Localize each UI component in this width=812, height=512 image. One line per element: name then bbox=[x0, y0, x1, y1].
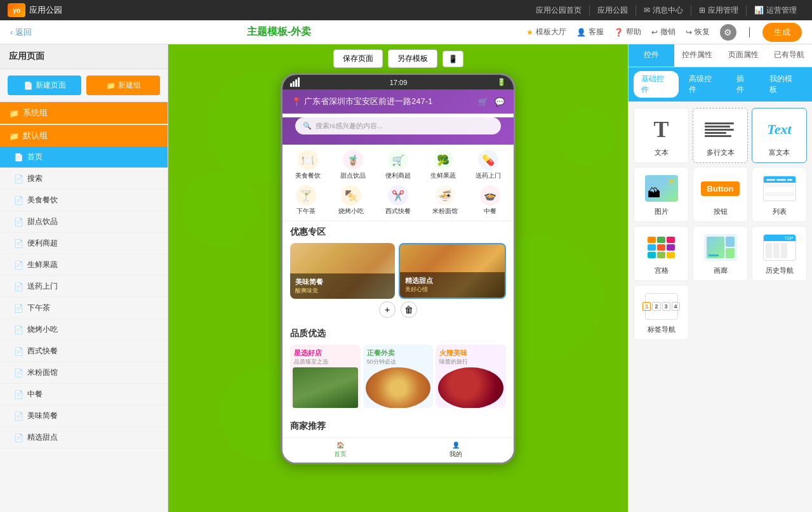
promo-item-1[interactable]: 美味简餐 酸爽味觉 bbox=[290, 243, 395, 299]
tab-nav[interactable]: 已有导航 bbox=[766, 44, 812, 67]
subtab-mytemplate[interactable]: 我的模板 bbox=[762, 71, 807, 98]
new-page-button[interactable]: 📄 新建页面 bbox=[8, 75, 81, 95]
nav-link-messages[interactable]: ✉ 消息中心 bbox=[636, 5, 691, 16]
cat-label-bbq: 烧烤小吃 bbox=[338, 207, 364, 216]
undo-button[interactable]: ↩ 撤销 bbox=[651, 27, 676, 37]
cat-item-medicine[interactable]: 💊 送药上门 bbox=[476, 150, 501, 180]
quality-item-2[interactable]: 正餐外卖 50分钟必达 bbox=[363, 345, 434, 408]
widget-text[interactable]: T 文本 bbox=[634, 108, 689, 163]
undo-icon: ↩ bbox=[651, 28, 658, 37]
tab-controls[interactable]: 控件 bbox=[629, 44, 674, 67]
new-group-button[interactable]: 📁 新建组 bbox=[86, 75, 160, 95]
preview-button[interactable]: 📱 bbox=[443, 51, 463, 67]
search-bar[interactable]: 🔍 搜索ni感兴趣的内容... bbox=[295, 117, 501, 135]
cat-item-western[interactable]: ✂️ 西式快餐 bbox=[385, 185, 411, 216]
widget-multiline[interactable]: 多行文本 bbox=[693, 108, 748, 163]
nav-link-home[interactable]: 应用公园首页 bbox=[528, 5, 590, 16]
promo-items: 美味简餐 酸爽味觉 精选甜点 美好心情 bbox=[290, 243, 506, 299]
sidebar-item-food[interactable]: 📄 美食餐饮 bbox=[0, 190, 168, 211]
sidebar-item-simple-meal[interactable]: 📄 美味简餐 bbox=[0, 405, 168, 427]
template-hall-button[interactable]: ★ 模板大厅 bbox=[526, 27, 566, 37]
save-as-template-button[interactable]: 另存模板 bbox=[388, 49, 437, 68]
sidebar-item-fresh[interactable]: 📄 生鲜果蔬 bbox=[0, 254, 168, 276]
widget-history-nav[interactable]: TOP 历史导航 bbox=[752, 226, 807, 281]
widget-tags-nav[interactable]: 1 2 3 4 标签导航 bbox=[634, 285, 689, 340]
subtab-advanced[interactable]: 高级控件 bbox=[681, 71, 726, 98]
subtab-basic[interactable]: 基础控件 bbox=[634, 71, 679, 98]
cat-item-supermarket[interactable]: 🛒 便利商超 bbox=[385, 150, 411, 180]
cat-item-chinese[interactable]: 🍲 中餐 bbox=[480, 185, 500, 216]
nav-link-ops[interactable]: 📊 运营管理 bbox=[747, 5, 804, 16]
sidebar-group-system[interactable]: 📁 系统组 bbox=[0, 102, 168, 124]
sidebar-item-noodles[interactable]: 📄 米粉面馆 bbox=[0, 362, 168, 384]
quality-item-1[interactable]: 星选好店 品质臻至之选 bbox=[290, 345, 361, 408]
sidebar-item-convenience[interactable]: 📄 便利商超 bbox=[0, 233, 168, 254]
sidebar-item-bbq[interactable]: 📄 烧烤小吃 bbox=[0, 319, 168, 341]
sidebar-item-search[interactable]: 📄 搜索 bbox=[0, 168, 168, 190]
bottom-nav-mine[interactable]: 👤 我的 bbox=[449, 442, 462, 459]
tab-page-props[interactable]: 页面属性 bbox=[721, 44, 766, 67]
nav-link-apps[interactable]: ⊞ 应用管理 bbox=[691, 5, 747, 16]
settings-button[interactable]: ⚙ bbox=[720, 24, 736, 41]
widget-richtext[interactable]: Text 富文本 bbox=[752, 108, 807, 163]
quality-item-3[interactable]: 火辣美味 味蕾的旅行 bbox=[436, 345, 506, 408]
tab-control-props[interactable]: 控件属性 bbox=[674, 44, 720, 67]
merchant-section: 商家推荐 bbox=[283, 413, 514, 437]
subtab-plugin[interactable]: 插件 bbox=[729, 71, 759, 98]
merchant-title: 商家推荐 bbox=[290, 416, 506, 435]
widget-text-label: 文本 bbox=[655, 148, 669, 157]
mobile-content[interactable]: 🍽️ 美食餐饮 🧋 甜点饮品 🛒 便利商超 🥦 生鲜果蔬 bbox=[283, 145, 514, 437]
cart-icon[interactable]: 🛒 bbox=[478, 97, 488, 107]
promo-title-2: 精选甜点 bbox=[405, 276, 500, 286]
promo-item-2[interactable]: 精选甜点 美好心情 bbox=[399, 243, 506, 299]
redo-button[interactable]: ↪ 恢复 bbox=[686, 27, 710, 37]
quality-image-2 bbox=[366, 367, 431, 408]
cat-item-dessert[interactable]: 🧋 甜点饮品 bbox=[340, 150, 366, 180]
quality-title-3: 火辣美味 bbox=[439, 348, 502, 358]
sidebar-item-dessert[interactable]: 📄 甜点饮品 bbox=[0, 211, 168, 233]
widget-list[interactable]: 列表 bbox=[752, 167, 807, 222]
sidebar-group-default[interactable]: 📁 默认组 bbox=[0, 125, 168, 147]
canvas-toolbar: 保存页面 另存模板 📱 bbox=[333, 44, 463, 73]
sidebar-item-homepage[interactable]: 📄 首页 bbox=[0, 147, 168, 168]
page-icon: 📄 bbox=[14, 304, 23, 313]
cat-label-dessert: 甜点饮品 bbox=[340, 171, 366, 180]
page-icon: 📄 bbox=[14, 412, 23, 421]
widget-gallery-label: 画廊 bbox=[714, 266, 728, 275]
widget-gallery[interactable]: 画廊 bbox=[693, 226, 748, 281]
save-page-button[interactable]: 保存页面 bbox=[333, 49, 383, 68]
widget-richtext-icon: Text bbox=[761, 114, 799, 145]
cat-item-afternoontea[interactable]: 🍸 下午茶 bbox=[296, 185, 316, 216]
mobile-frame: 17:09 🔋 📍 广东省深圳市宝安区前进一路247-1 🛒 💬 🔍 搜索n bbox=[281, 73, 516, 464]
message-icon[interactable]: 💬 bbox=[495, 97, 505, 107]
page-icon: 📄 bbox=[14, 218, 23, 226]
sidebar-item-selected-dessert[interactable]: 📄 精选甜点 bbox=[0, 427, 168, 449]
home-label: 首页 bbox=[334, 450, 347, 459]
sidebar-item-western[interactable]: 📄 西式快餐 bbox=[0, 341, 168, 362]
quality-title-1: 星选好店 bbox=[294, 348, 357, 358]
cat-item-noodles[interactable]: 🍜 米粉面馆 bbox=[432, 185, 458, 216]
promo-add-button[interactable]: + bbox=[379, 301, 396, 318]
generate-button[interactable]: 生成 bbox=[762, 23, 802, 42]
customer-service-button[interactable]: 👤 客服 bbox=[576, 27, 604, 37]
sidebar-item-afternoon-tea[interactable]: 📄 下午茶 bbox=[0, 298, 168, 319]
promo-delete-button[interactable]: 🗑 bbox=[401, 301, 417, 318]
top-nav-links: 应用公园首页 应用公园 ✉ 消息中心 ⊞ 应用管理 📊 运营管理 bbox=[528, 5, 804, 16]
help-button[interactable]: ❓ 帮助 bbox=[614, 27, 641, 37]
grid-icon: ⊞ bbox=[699, 6, 705, 15]
cat-item-food[interactable]: 🍽️ 美食餐饮 bbox=[295, 150, 321, 180]
back-button[interactable]: ‹ 返回 bbox=[10, 27, 32, 38]
nav-link-park[interactable]: 应用公园 bbox=[590, 5, 636, 16]
page-icon: 📄 bbox=[14, 239, 23, 248]
widget-grid-control[interactable]: 宫格 bbox=[634, 226, 689, 281]
bottom-nav-home[interactable]: 🏠 首页 bbox=[334, 442, 347, 459]
mine-label: 我的 bbox=[449, 450, 462, 459]
app-header: 📍 广东省深圳市宝安区前进一路247-1 🛒 💬 bbox=[283, 89, 514, 114]
quality-item-1-top: 星选好店 品质臻至之选 bbox=[290, 345, 361, 367]
sidebar-item-chinese[interactable]: 📄 中餐 bbox=[0, 384, 168, 405]
widget-image[interactable]: 图片 bbox=[634, 167, 689, 222]
cat-item-bbq[interactable]: 🍢 烧烤小吃 bbox=[338, 185, 364, 216]
cat-item-fresh[interactable]: 🥦 生鲜果蔬 bbox=[430, 150, 456, 180]
sidebar-item-medicine[interactable]: 📄 送药上门 bbox=[0, 276, 168, 298]
widget-button[interactable]: Button 按钮 bbox=[693, 167, 748, 222]
